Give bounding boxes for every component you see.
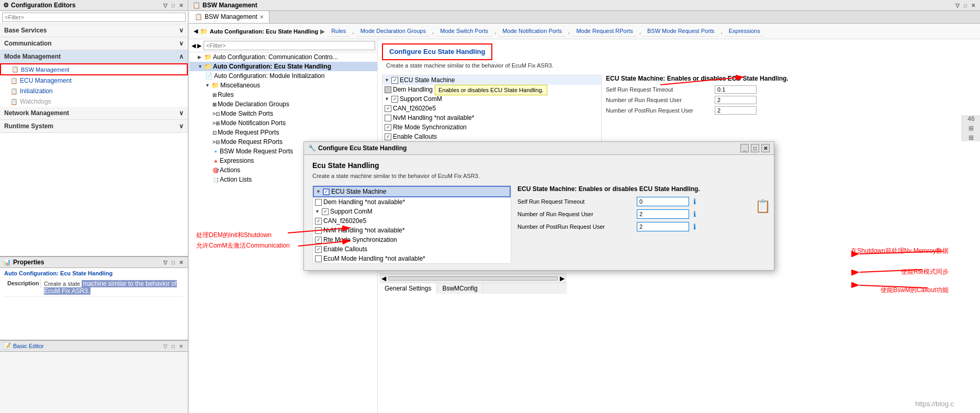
num-run-input[interactable] [715,96,757,104]
runtime-system-section: Runtime System ∨ [0,120,188,133]
dialog-callouts[interactable]: Enable Callouts [313,244,511,254]
dialog-icon: 🔧 [308,144,316,152]
dialog-nvm[interactable]: NvM Handling *not available* [313,226,511,235]
breadcrumb-rules[interactable]: Rules [327,26,350,37]
line-num-icons2: ⊞ [962,134,980,141]
base-services-chevron: ∨ [179,27,184,34]
sidebar-item-bsw-management[interactable]: 📋 BSW Management [0,63,188,75]
dialog-nvm-cb[interactable] [315,227,322,234]
rte-top[interactable]: Rte Mode Synchronization [382,122,601,132]
dialog-ecum[interactable]: EcuM Mode Handling *not available* [313,254,511,263]
self-run-input[interactable] [715,85,757,94]
bsw-filter-input[interactable] [204,41,375,50]
dialog-num-run-info[interactable]: ℹ [693,210,696,218]
filter-input[interactable] [2,13,186,22]
dialog-dem[interactable]: Dem Handling *not available* [313,197,511,207]
main-minimize[interactable]: ▽ [954,2,961,9]
dialog-minimize-btn[interactable]: _ [740,144,749,152]
tree-item-auto-module[interactable]: 📄 Auto Configuration: Module Initializat… [189,71,377,81]
num-postrun-input[interactable] [715,106,757,115]
ecu-field-num-postrun: Number of PostRun Request User [606,106,976,115]
dialog-rte[interactable]: Rte Mode Synchronization [313,235,511,244]
tree-item-misc[interactable]: ▼ 📁 Miscellaneous [189,81,377,90]
communication-label: Communication [4,40,52,47]
sidebar-item-initialization[interactable]: 📋 Initialization [0,86,188,96]
sidebar-item-watchdogs[interactable]: 📋 Watchdogs [0,96,188,107]
dem-top-cb[interactable] [385,86,391,93]
network-management-header[interactable]: Network Management ∨ [0,107,188,120]
runtime-system-header[interactable]: Runtime System ∨ [0,120,188,133]
base-services-header[interactable]: Base Services ∨ [0,24,188,37]
ecu-sm-top[interactable]: ▼ ECU State Machine [382,75,601,85]
basic-editor-close[interactable]: ✕ [177,343,185,350]
dialog-maximize-btn[interactable]: □ [751,144,759,152]
tree-item-rules[interactable]: ⊞ Rules [189,90,377,99]
dialog-num-run-input[interactable] [637,209,689,219]
basic-editor-minimize[interactable]: ▽ [162,343,169,350]
dialog-can[interactable]: CAN_f26020e5 [313,216,511,226]
dem-tooltip: Enables or disables ECU State Handling. [435,85,547,95]
can-top-cb[interactable] [385,105,391,112]
breadcrumb-expressions[interactable]: Expressions [725,26,764,37]
misc-icon: 📁 [211,82,219,89]
props-minimize[interactable]: ▽ [162,259,169,266]
dialog-can-cb[interactable] [315,218,322,225]
tree-item-mode-decl[interactable]: ⊠ Mode Declaration Groups [189,99,377,109]
dialog-num-postrun-input[interactable] [637,222,689,231]
dialog-ecu-sm-expand: ▼ [316,189,321,194]
dem-top[interactable]: Dem Handling * Enables or disables ECU S… [382,85,601,94]
dialog-tree: ▼ ECU State Machine Dem Handling *not av… [312,185,511,264]
configure-ecu-link[interactable]: Configure Ecu State Handling [385,46,489,58]
tree-item-auto-comm[interactable]: ▶ 📁 Auto Configuration: Communication Co… [189,52,377,62]
nvm-top-cb[interactable] [385,115,391,121]
can-top[interactable]: CAN_f26020e5 [382,104,601,113]
auto-ecu-expand: ▼ [198,64,203,69]
ecu-sm-top-cb[interactable] [391,77,398,84]
sidebar-item-ecu-management[interactable]: 📋 ECU Management [0,75,188,86]
supp-comm-top[interactable]: ▼ Support ComM [382,94,601,104]
dialog-dem-cb[interactable] [315,199,322,206]
tree-item-mode-notif[interactable]: >⊞ Mode Notification Ports [189,118,377,128]
nvm-top[interactable]: NvM Handling *not available* [382,113,601,122]
tree-item-mode-switch[interactable]: >⊡ Mode Switch Ports [189,109,377,118]
minimize-icon[interactable]: ▽ [162,2,169,9]
dialog-close-btn[interactable]: ✕ [761,144,770,152]
mode-management-header[interactable]: Mode Management ∧ [0,50,188,63]
actions-label: Actions [220,166,240,174]
dialog-supp-comm[interactable]: ▼ Support ComM [313,207,511,216]
dialog-self-run-info[interactable]: ℹ [693,197,696,206]
tree-item-mode-req-p[interactable]: ⊡ Mode Request PPorts [189,128,377,137]
basic-editor-maximize[interactable]: □ [170,343,176,350]
main-maximize[interactable]: □ [962,2,968,9]
props-close[interactable]: ✕ [177,259,185,266]
supp-comm-top-cb[interactable] [391,96,398,103]
dialog-ecum-cb[interactable] [315,255,322,262]
tree-item-auto-ecu[interactable]: ▼ 📁 Auto Configuration: Ecu State Handli… [189,62,377,71]
maximize-icon[interactable]: □ [170,2,176,9]
dialog-num-postrun-info[interactable]: ℹ [693,222,696,231]
dialog-ecu-sm[interactable]: ▼ ECU State Machine [313,186,511,197]
rte-top-cb[interactable] [385,124,391,131]
dialog-callouts-cb[interactable] [315,246,322,253]
bsw-filter-nav[interactable]: ◀ ▶ [192,42,201,49]
callouts-top[interactable]: Enable Callouts [382,132,601,141]
props-maximize[interactable]: □ [170,259,176,266]
dialog-field-num-postrun: Number of PostRun Request User ℹ [517,222,765,231]
breadcrumb-mode-decl[interactable]: Mode Declaration Groups [356,26,430,37]
breadcrumb-mode-switch[interactable]: Mode Switch Ports [436,26,492,37]
bsw-tab-close[interactable]: ✕ [260,14,264,20]
dialog-rte-cb[interactable] [315,237,322,243]
callouts-top-cb[interactable] [385,133,391,140]
dialog-supp-comm-cb[interactable] [322,208,329,215]
dialog-ecu-sm-cb[interactable] [323,188,330,195]
breadcrumb-mode-notif[interactable]: Mode Notification Ports [498,26,566,37]
basic-editor-link[interactable]: Basic Editor [13,343,44,349]
close-panel-icon[interactable]: ✕ [177,2,185,9]
dialog-self-run-input[interactable] [637,197,689,206]
communication-header[interactable]: Communication ∨ [0,37,188,50]
breadcrumb-mode-req[interactable]: Mode Request RPorts [572,26,637,37]
bsw-tab[interactable]: 📋 BSW Management ✕ [189,11,269,23]
expressions-label: Expressions [220,157,254,164]
main-close-icon[interactable]: ✕ [970,2,977,9]
breadcrumb-bsw-mode[interactable]: BSW Mode Request Ports [643,26,718,37]
